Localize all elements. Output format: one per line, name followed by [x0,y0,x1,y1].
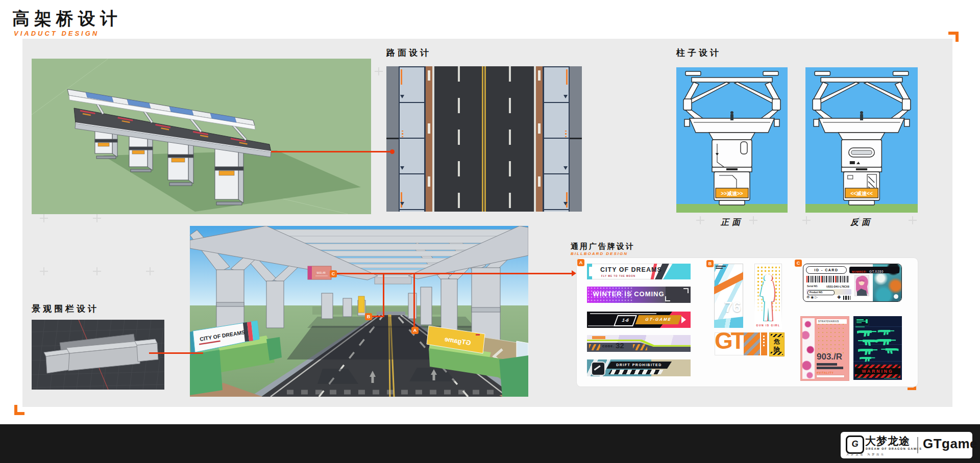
girl-silhouette [754,264,782,329]
recycle-icons: ♻◉▷ [806,295,819,299]
billboard-label: CODE. [602,345,615,348]
studio-name-en: DREAM OF DRAGON GAMES [866,447,922,450]
connector-dot [390,149,395,154]
page-subtitle: VIADUCT DESIGN [14,30,99,37]
hazard-stripes-icon [589,344,600,350]
panel-marker-b: B [706,260,714,267]
billboard-design-panel: CITY OF DREAMS FLY ME TO THE MOON WINTER… [577,258,918,387]
walkway-right [544,66,569,212]
road-section-title: 路面设计 [386,47,431,59]
billboard-title: DRIFT PROHIBITED [606,362,672,369]
crosshair-icon: ✚ [837,295,841,300]
pillar-back-view: <<减速<< [805,67,918,213]
play-icon [681,316,686,323]
pillar-section-title: 柱子设计 [676,47,721,59]
id-card-title: ID - CARD [806,266,847,274]
panel-marker-c: C [795,260,802,267]
billboard-drift-prohibited: DRIFT PROHIBITED [587,359,691,376]
connector-line-fence-barrier [149,352,203,354]
billboard-title: WINTER IS COMING [587,290,670,298]
pillar-front-label: 正面 [676,217,788,228]
billboard-title: CITY OF DREAMS [600,266,662,273]
poster-header: STRATOVARIUS [817,319,847,324]
studio-slogan: 大梦龙途 为梦而生 [846,453,886,456]
billboard-title: GT-GAME [635,315,682,324]
hazard-stripes-icon [633,344,647,350]
poster-danger-sign: 危 險 [769,332,785,356]
poster-gt-logo: GT [715,332,767,355]
fence-section-title: 景观围栏设计 [32,303,99,315]
pillar-front-banner: >>减速>> [721,191,743,196]
billboard-section-subtitle: BILLBOARD DESIGN [571,251,628,256]
footer-bar: G 大梦龙途 DREAM OF DRAGON GAMES 大梦龙途 为梦而生 G… [0,424,980,463]
billboard-city-of-dreams: CITY OF DREAMS FLY ME TO THE MOON [587,264,691,279]
hazard-stripes-icon [855,374,900,378]
scene-marker-a: A [411,327,419,334]
poster-stratovarius-903: STRATOVARIUS 903./R #VITALITY [800,316,849,381]
billboard-subtitle: FLY ME TO THE MOON [601,275,635,277]
poster-number: 76 [724,298,741,316]
viaduct-design-sheet: 高架桥设计 VIADUCT DESIGN [0,0,980,463]
id-photo [854,275,869,296]
id-card-number: NUMBER: GT.0280 [849,267,899,273]
connector-line-b-vertical [383,273,384,317]
gt-logo-text: GT [715,332,743,354]
billboard-section-title: 通用广告牌设计 [571,242,635,251]
studio-logo-box: G 大梦龙途 DREAM OF DRAGON GAMES 大梦龙途 为梦而生 G… [841,432,972,458]
median-strip-right [536,66,543,212]
barcode [806,276,849,282]
svg-text:903./R: 903./R [316,271,326,274]
road-plan-panel [386,66,582,212]
corner-bracket-billboard [908,388,916,390]
corner-bracket-top-right [955,32,959,42]
center-double-yellow-line [482,66,486,212]
warning-text: WARNING [855,368,900,374]
page-title: 高架桥设计 [12,7,122,31]
billboard-number: 32 [616,341,624,350]
lane-dash-left [458,66,460,212]
poster-gun-is-girl: GUN IS GIRL [754,264,782,329]
underpass-perspective-render: 903./R CITY OF DREAMS [190,226,528,397]
pillar-back-banner: <<减速<< [850,191,873,196]
logo-divider [917,437,918,453]
scene-marker-b: B [365,313,372,320]
brand-bars-icon [843,296,850,300]
poster-code: 903./R [817,352,842,362]
serial-value: USS1-D4U-L76CX8 [826,285,849,288]
pillar-back-label: 反面 [805,217,918,228]
poster-hashtag: #VITALITY [817,371,834,374]
brand-name: GTgame [923,436,977,452]
scene-marker-c: C [330,270,337,277]
poster-76: 76 [714,264,743,328]
billboard-code-32: CODE. 32 [587,335,691,352]
poster-warning-guns: WARNING [853,316,902,380]
studio-name-cn: 大梦龙途 [865,434,910,448]
fence-3d-render [32,320,164,390]
id-card-design: ID - CARD NUMBER: GT.0280 Serial NO. USS… [803,264,902,302]
connector-arrow [572,270,576,276]
viaduct-3d-render-art [32,59,371,214]
viaduct-3d-render [32,59,371,214]
dragon-logo-icon: G [846,435,864,454]
product-strip: Product NO. [806,289,851,295]
median-strip-left [426,66,432,212]
ceiling-billboard: 903./R [308,266,331,279]
serial-label: Serial NO. [807,285,818,288]
hazard-stripes-icon [855,365,900,368]
pillar-front-view: >>减速>> [676,67,788,213]
connector-line-a [413,273,415,328]
pillar-danger-sign [358,296,364,313]
poster-caption: GUN IS GIRL [754,324,782,327]
billboard-winter-is-coming: WINTER IS COMING [587,287,691,303]
connector-line-bridge-road [271,151,391,152]
hazard-stripes-icon [608,370,664,374]
lane-dash-right [509,66,511,212]
connector-line-b [372,316,384,317]
corner-bracket-bottom-left [14,412,24,415]
no-drift-icon [591,362,605,376]
billboard-gt-game: 1-6 GT-GAME [587,312,691,328]
panel-marker-a: A [577,259,584,266]
connector-line-c [337,273,573,274]
walkway-left [400,66,424,212]
billboard-tag: 1-6 [614,315,637,326]
